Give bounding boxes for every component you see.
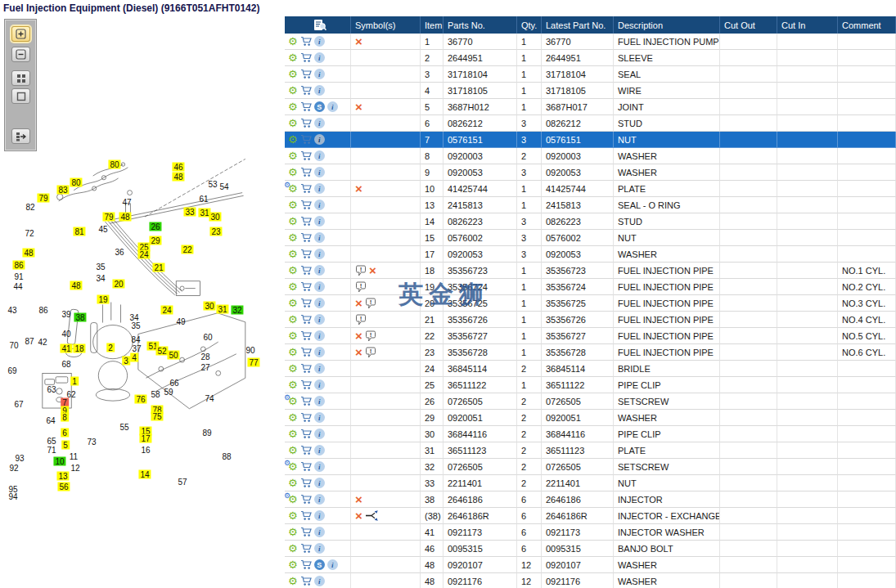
gear-icon[interactable]: ⚙ <box>288 576 298 586</box>
gear-icon[interactable]: ⚙ <box>288 118 298 128</box>
table-row[interactable]: ⚙i×(38)2646186R62646186RINJECTOR - EXCHA… <box>285 508 896 524</box>
gear-icon[interactable]: ⚙ <box>288 200 298 210</box>
diagram-callout-1[interactable]: 1 <box>70 377 79 386</box>
table-row[interactable]: ⚙i480921176120921176WASHER <box>285 573 896 588</box>
cart-icon[interactable] <box>300 429 312 439</box>
diagram-callout-93[interactable]: 93 <box>13 454 25 463</box>
cart-icon[interactable] <box>300 445 312 456</box>
diagram-callout-74[interactable]: 74 <box>203 394 215 403</box>
gear-icon[interactable]: ⚙⚙ <box>288 183 298 194</box>
fit-view-button[interactable] <box>11 88 30 104</box>
diagram-callout-87[interactable]: 87 <box>23 337 35 346</box>
table-row[interactable]: ⚙i13241581312415813SEAL - O RING <box>285 197 896 213</box>
table-row[interactable]: ⚙i3036844116236844116PIPE CLIP <box>285 426 896 442</box>
cart-icon[interactable] <box>300 363 312 374</box>
diagram-callout-38[interactable]: 38 <box>74 313 86 322</box>
diagram-callout-66[interactable]: 66 <box>168 379 180 388</box>
cart-icon[interactable] <box>300 36 312 47</box>
diagram-callout-12[interactable]: 12 <box>69 464 81 473</box>
diagram-callout-46[interactable]: 46 <box>172 163 184 172</box>
cart-icon[interactable] <box>300 150 312 161</box>
gear-icon[interactable]: ⚙ <box>288 69 298 79</box>
diagram-callout-79[interactable]: 79 <box>102 213 115 222</box>
info-icon[interactable]: i <box>314 445 325 456</box>
cart-icon[interactable] <box>300 576 312 586</box>
zoom-in-button[interactable] <box>11 26 30 42</box>
diagram-callout-39[interactable]: 39 <box>60 310 72 319</box>
diagram-callout-26[interactable]: 26 <box>149 222 161 231</box>
info-icon[interactable]: i <box>314 167 325 177</box>
table-row[interactable]: ⚙i!1935356724135356724FUEL INJECTION PIP… <box>285 279 896 295</box>
cart-icon[interactable] <box>300 314 312 325</box>
gear-icon[interactable]: ⚙ <box>288 134 298 145</box>
cart-icon[interactable] <box>300 461 312 472</box>
cart-icon[interactable] <box>300 232 312 243</box>
info-icon[interactable]: i <box>314 52 325 63</box>
info-icon[interactable]: i <box>314 478 325 488</box>
table-row[interactable]: ⚙Si×53687H01213687H017JOINT <box>285 99 896 115</box>
diagram-callout-28[interactable]: 28 <box>199 352 211 361</box>
info-icon[interactable]: i <box>314 363 325 374</box>
table-row[interactable]: ⚙i8092000320920003WASHER <box>285 148 896 164</box>
diagram-callout-52[interactable]: 52 <box>155 347 168 356</box>
diagram-callout-89[interactable]: 89 <box>200 429 213 438</box>
cart-icon[interactable] <box>300 167 312 177</box>
info-icon[interactable]: i <box>314 543 325 554</box>
diagram-callout-11[interactable]: 11 <box>68 452 79 461</box>
zoom-out-button[interactable] <box>11 47 30 62</box>
cart-icon[interactable] <box>300 543 312 554</box>
diagram-callout-84[interactable]: 84 <box>129 335 142 344</box>
diagram-callout-10[interactable]: 10 <box>53 457 65 466</box>
s-badge-icon[interactable]: S <box>314 101 325 112</box>
diagram-callout-86[interactable]: 86 <box>12 261 25 270</box>
diagram-callout-70[interactable]: 70 <box>7 341 20 350</box>
diagram-callout-6[interactable]: 6 <box>61 429 69 438</box>
info-icon[interactable]: i <box>314 134 325 145</box>
gear-icon[interactable]: ⚙ <box>288 101 298 112</box>
info-icon[interactable]: i <box>314 249 325 259</box>
info-icon[interactable]: i <box>314 69 325 79</box>
column-header-icons[interactable] <box>285 16 351 34</box>
diagram-callout-29[interactable]: 29 <box>149 236 161 245</box>
diagram-callout-80[interactable]: 80 <box>70 178 82 187</box>
table-row[interactable]: ⚙i2436845114236845114BRIDLE <box>285 361 896 377</box>
table-row[interactable]: ⚙⚙i×1041425744141425744PLATE <box>285 181 896 197</box>
diagram-callout-35[interactable]: 35 <box>94 263 106 272</box>
diagram-callout-60[interactable]: 60 <box>201 333 214 342</box>
diagram-callout-33[interactable]: 33 <box>183 208 196 217</box>
cart-icon[interactable] <box>300 200 312 210</box>
cart-icon[interactable] <box>300 396 312 406</box>
table-row[interactable]: ⚙i41092117360921173INJECTOR WASHER <box>285 524 896 541</box>
diagram-callout-58[interactable]: 58 <box>149 390 161 399</box>
column-header-symbol-s-[interactable]: Symbol(s) <box>351 16 421 34</box>
diagram-callout-54[interactable]: 54 <box>218 182 230 191</box>
gear-icon[interactable]: ⚙ <box>288 249 298 259</box>
diagram-callout-71[interactable]: 71 <box>45 446 57 455</box>
diagram-callout-30[interactable]: 30 <box>209 213 221 222</box>
gear-icon[interactable]: ⚙ <box>288 363 298 374</box>
table-row[interactable]: ⚙i!×1835356723135356723FUEL INJECTION PI… <box>285 263 896 279</box>
diagram-callout-90[interactable]: 90 <box>244 346 256 355</box>
info-icon[interactable]: i <box>314 330 325 341</box>
gear-icon[interactable]: ⚙ <box>288 543 298 554</box>
diagram-callout-76[interactable]: 76 <box>134 395 146 404</box>
export-panel-button[interactable] <box>11 128 30 144</box>
diagram-callout-53[interactable]: 53 <box>206 180 218 189</box>
table-row[interactable]: ⚙i46009531560095315BANJO BOLT <box>285 541 896 557</box>
info-icon[interactable]: i <box>314 118 325 128</box>
diagram-callout-16[interactable]: 16 <box>139 446 151 455</box>
gear-icon[interactable]: ⚙ <box>288 298 298 308</box>
cart-icon[interactable] <box>300 52 312 63</box>
info-icon[interactable]: i <box>327 559 338 570</box>
diagram-callout-49[interactable]: 49 <box>174 317 187 326</box>
diagram-callout-40[interactable]: 40 <box>60 330 72 339</box>
diagram-callout-5[interactable]: 5 <box>61 441 70 450</box>
info-icon[interactable]: i <box>314 216 325 227</box>
table-row[interactable]: ⚙i33221140122211401NUT <box>285 475 896 491</box>
gear-icon[interactable]: ⚙ <box>288 412 298 423</box>
diagram-callout-18[interactable]: 18 <box>73 344 85 353</box>
diagram-callout-2[interactable]: 2 <box>106 343 115 352</box>
table-row[interactable]: ⚙i15057600230576002NUT <box>285 230 896 246</box>
info-icon[interactable]: i <box>314 461 325 472</box>
diagram-callout-22[interactable]: 22 <box>181 245 193 254</box>
